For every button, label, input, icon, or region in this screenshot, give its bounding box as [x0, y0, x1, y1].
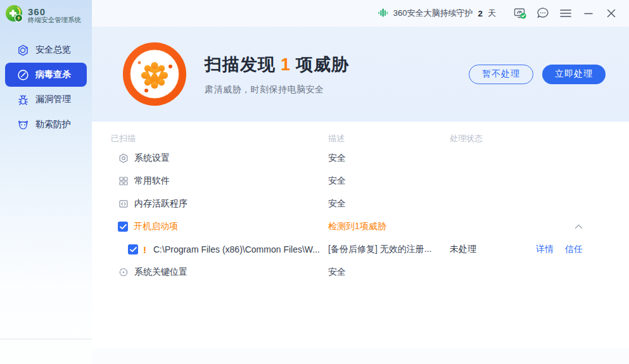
row-name: 系统关键位置	[134, 267, 187, 278]
collapse-chevron-up-icon[interactable]	[575, 224, 583, 229]
remote-screen-check-icon[interactable]	[512, 6, 528, 21]
sidebar-item-label: 勒索防护	[35, 119, 71, 130]
handle-later-button[interactable]: 暂不处理	[469, 65, 533, 84]
threat-description: [备份后修复] 无效的注册...	[328, 244, 450, 255]
scan-result-banner: 扫描发现1项威胁 肃清威胁，时刻保持电脑安全 暂不处理 立即处理	[92, 27, 629, 122]
detail-link[interactable]: 详情	[536, 244, 554, 255]
app-window: 360 终端安全管理系统 安全总览	[0, 0, 629, 364]
main-area: 360安全大脑持续守护 2 天	[92, 0, 629, 364]
row-description: 检测到1项威胁	[328, 221, 450, 232]
guard-text: 360安全大脑持续守护	[393, 8, 473, 19]
column-scanned: 已扫描	[111, 133, 328, 144]
title-prefix: 扫描发现	[205, 55, 276, 74]
row-name: 常用软件	[134, 175, 170, 187]
vulnerability-bug-icon	[16, 93, 29, 106]
brand: 360 终端安全管理系统	[0, 0, 92, 30]
table-header: 已扫描 描述 处理状态	[111, 130, 629, 147]
sidebar-item-label: 病毒查杀	[35, 69, 71, 80]
row-description: 安全	[328, 175, 450, 187]
sidebar-bottom-panel	[0, 339, 92, 364]
brand-text: 360 终端安全管理系统	[28, 7, 81, 24]
threat-file-path: C:\Program Files (x86)\Common Files\W...	[153, 244, 320, 254]
table-row-threat-detail: ! C:\Program Files (x86)\Common Files\W.…	[111, 238, 629, 261]
table-row: 内存活跃程序 安全	[111, 192, 629, 215]
sidebar-item-label: 安全总览	[35, 44, 71, 56]
close-icon[interactable]	[604, 6, 619, 21]
sidebar-item-ransomware[interactable]: 勒索防护	[0, 112, 92, 137]
scan-result-title: 扫描发现1项威胁	[205, 53, 469, 76]
column-status: 处理状态	[450, 133, 629, 144]
row-description: 安全	[328, 198, 450, 210]
scan-results-table: 已扫描 描述 处理状态 系统设置 安全	[92, 122, 629, 364]
sidebar-nav: 安全总览 病毒查杀	[0, 37, 92, 137]
row-description: 安全	[328, 153, 450, 164]
title-suffix: 项威胁	[296, 55, 349, 74]
row-name: 系统设置	[134, 153, 170, 164]
360-logo-icon	[5, 4, 24, 26]
brand-subtitle: 终端安全管理系统	[28, 16, 81, 23]
threat-virus-icon	[122, 42, 187, 106]
menu-icon[interactable]	[558, 6, 573, 21]
virus-scan-icon	[16, 68, 29, 81]
action-buttons: 暂不处理 立即处理	[469, 65, 606, 84]
table-row: 常用软件 安全	[111, 170, 629, 192]
threat-count: 1	[281, 55, 291, 74]
bottom-strip	[92, 348, 629, 364]
minimize-icon[interactable]	[581, 6, 596, 21]
chat-bubble-icon[interactable]	[535, 6, 550, 21]
sidebar-item-virus-scan[interactable]: 病毒查杀	[5, 63, 87, 87]
ransomware-shield-icon	[16, 118, 29, 131]
trust-link[interactable]: 信任	[565, 244, 583, 255]
row-description: 安全	[328, 267, 450, 278]
common-software-icon	[118, 176, 129, 187]
brand-name: 360	[28, 7, 81, 17]
guard-days: 2	[478, 9, 483, 18]
row-name: 开机启动项	[134, 221, 178, 232]
guard-unit: 天	[488, 8, 496, 19]
sidebar-item-label: 漏洞管理	[35, 94, 71, 105]
warning-exclamation-icon: !	[143, 244, 148, 255]
system-settings-icon	[118, 153, 129, 164]
system-critical-location-icon	[118, 267, 129, 278]
sidebar-item-vulnerability[interactable]: 漏洞管理	[0, 87, 92, 112]
column-description: 描述	[328, 133, 450, 144]
security-overview-icon	[16, 44, 29, 56]
sidebar-item-security-overview[interactable]: 安全总览	[0, 37, 92, 63]
handle-now-button[interactable]: 立即处理	[542, 65, 606, 84]
threat-item-checkbox[interactable]	[128, 244, 138, 254]
row-name: 内存活跃程序	[134, 198, 187, 210]
memory-process-icon	[118, 199, 129, 210]
threat-status: 未处理	[450, 244, 526, 255]
scan-result-subtitle: 肃清威胁，时刻保持电脑安全	[205, 84, 469, 96]
table-row: 系统设置 安全	[111, 147, 629, 170]
startup-items-checkbox[interactable]	[118, 222, 128, 232]
table-row: 系统关键位置 安全	[111, 261, 629, 284]
sidebar: 360 终端安全管理系统 安全总览	[0, 0, 92, 364]
brain-wave-icon	[378, 8, 389, 20]
security-brain-status: 360安全大脑持续守护 2 天	[378, 8, 496, 20]
title-bar: 360安全大脑持续守护 2 天	[92, 0, 629, 27]
scan-result-text: 扫描发现1项威胁 肃清威胁，时刻保持电脑安全	[205, 53, 469, 96]
table-row-startup-items[interactable]: 开机启动项 检测到1项威胁	[111, 215, 629, 238]
